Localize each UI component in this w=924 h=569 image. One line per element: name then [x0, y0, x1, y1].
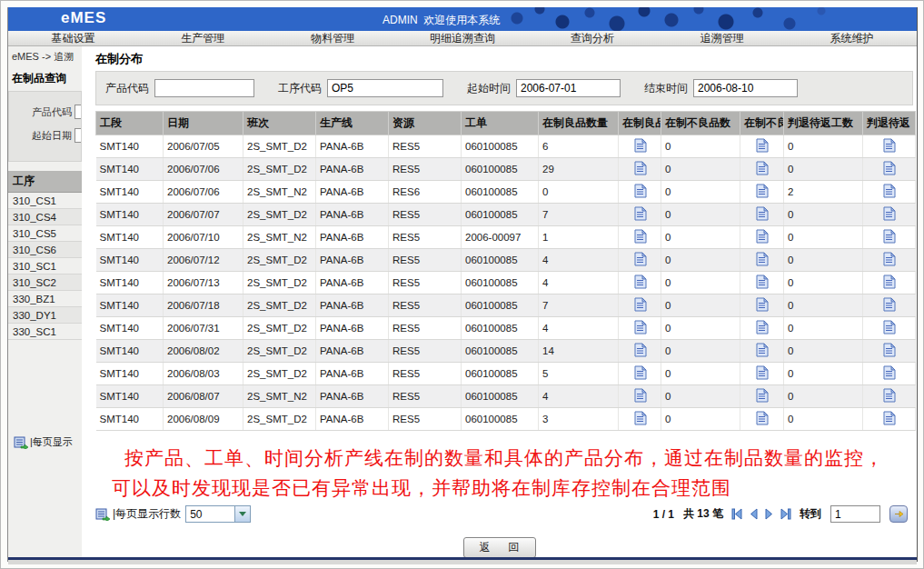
goto-submit-button[interactable]: [889, 505, 908, 523]
start-time-field[interactable]: [516, 79, 621, 97]
process-item[interactable]: 310_CS5: [8, 225, 82, 242]
cell-section: SMT140: [96, 204, 164, 226]
cell-date: 2006/07/05: [164, 135, 243, 158]
process-item[interactable]: 310_CS1: [8, 193, 82, 209]
goto-page-input[interactable]: [830, 505, 880, 523]
cell-section: SMT140: [96, 340, 164, 363]
first-page-icon[interactable]: [730, 508, 743, 520]
good-detail-doc-icon[interactable]: [619, 317, 661, 340]
last-page-icon[interactable]: [780, 508, 792, 520]
rework-detail-doc-icon[interactable]: [863, 249, 916, 272]
defect-detail-doc-icon[interactable]: [740, 204, 784, 226]
process-item[interactable]: 310_SC2: [8, 275, 82, 291]
back-button[interactable]: 返 回: [463, 537, 536, 557]
rework-detail-doc-icon[interactable]: [863, 294, 916, 317]
cell-date: 2006/07/10: [164, 226, 243, 249]
rows-per-page-select[interactable]: 50: [185, 505, 251, 523]
cell-line: PANA-6B: [316, 226, 389, 249]
product-code-input[interactable]: [75, 105, 81, 119]
cell-section: SMT140: [96, 249, 164, 272]
defect-detail-doc-icon[interactable]: [740, 158, 784, 181]
process-item[interactable]: 330_BZ1: [8, 291, 82, 307]
cell-date: 2006/08/03: [164, 363, 243, 385]
defect-detail-doc-icon[interactable]: [740, 135, 784, 158]
chevron-down-icon[interactable]: [234, 506, 250, 522]
total-count: 共 13 笔: [683, 506, 723, 522]
cell-date: 2006/07/12: [164, 249, 243, 272]
defect-detail-doc-icon[interactable]: [740, 272, 784, 294]
filter-end-time-label: 结束时间: [644, 81, 688, 96]
cell-date: 2006/08/09: [164, 408, 243, 431]
cell-date: 2006/08/07: [164, 385, 243, 408]
op-code-field[interactable]: [327, 79, 443, 97]
defect-detail-doc-icon[interactable]: [740, 181, 784, 204]
table-row: SMT140 2006/07/07 2S_SMT_D2 PANA-6B RES5…: [96, 204, 916, 226]
rework-detail-doc-icon[interactable]: [863, 363, 916, 385]
rework-detail-doc-icon[interactable]: [863, 181, 916, 204]
cell-resource: RES5: [389, 317, 462, 340]
good-detail-doc-icon[interactable]: [619, 204, 661, 226]
menu-item[interactable]: 追溯管理: [657, 31, 787, 45]
good-detail-doc-icon[interactable]: [619, 272, 661, 294]
good-detail-doc-icon[interactable]: [619, 249, 661, 272]
cell-resource: RES5: [389, 135, 462, 158]
defect-detail-doc-icon[interactable]: [740, 249, 784, 272]
process-item[interactable]: 310_CS4: [8, 209, 82, 225]
next-page-icon[interactable]: [764, 508, 774, 520]
export-page-icon[interactable]: [14, 436, 28, 449]
rework-detail-doc-icon[interactable]: [863, 408, 916, 431]
rework-detail-doc-icon[interactable]: [863, 385, 916, 408]
good-detail-doc-icon[interactable]: [619, 181, 661, 204]
menu-item[interactable]: 生产管理: [138, 31, 268, 45]
good-detail-doc-icon[interactable]: [619, 226, 661, 249]
defect-detail-doc-icon[interactable]: [740, 385, 784, 408]
pagination-bar: |每页显示行数 50 1 / 1 共 13 笔: [95, 505, 908, 523]
cell-line: PANA-6B: [316, 363, 389, 385]
good-detail-doc-icon[interactable]: [619, 294, 661, 317]
start-date-input[interactable]: [75, 128, 81, 143]
cell-defect-qty: 0: [661, 158, 740, 181]
product-code-field[interactable]: [154, 79, 254, 97]
defect-detail-doc-icon[interactable]: [740, 317, 784, 340]
table-row: SMT140 2006/07/31 2S_SMT_D2 PANA-6B RES5…: [96, 317, 916, 340]
process-item[interactable]: 330_DY1: [8, 307, 82, 324]
good-detail-doc-icon[interactable]: [619, 363, 661, 385]
cell-workorder: 060100085: [462, 249, 539, 272]
cell-workorder: 060100085: [462, 181, 539, 204]
rework-detail-doc-icon[interactable]: [863, 317, 916, 340]
process-item[interactable]: 310_SC1: [8, 258, 82, 275]
good-detail-doc-icon[interactable]: [619, 408, 661, 431]
good-detail-doc-icon[interactable]: [619, 340, 661, 363]
menu-item[interactable]: 查询分析: [527, 31, 657, 45]
export-page-icon[interactable]: [95, 508, 110, 521]
menu-item[interactable]: 基础设置: [8, 31, 138, 45]
filter-start-time-label: 起始时间: [467, 81, 511, 96]
rework-detail-doc-icon[interactable]: [863, 226, 916, 249]
process-item[interactable]: 330_SC1: [8, 324, 82, 340]
col-rework-detail: 判退待返: [863, 112, 916, 135]
defect-detail-doc-icon[interactable]: [740, 226, 784, 249]
rework-detail-doc-icon[interactable]: [863, 204, 916, 226]
cell-good-qty: 7: [539, 204, 619, 226]
defect-detail-doc-icon[interactable]: [740, 294, 784, 317]
rework-detail-doc-icon[interactable]: [863, 158, 916, 181]
good-detail-doc-icon[interactable]: [619, 158, 661, 181]
page-display-label: |每页显示: [30, 435, 73, 449]
menu-item[interactable]: 明细追溯查询: [398, 31, 528, 45]
rework-detail-doc-icon[interactable]: [863, 135, 916, 158]
rows-per-page-value: 50: [186, 506, 234, 522]
good-detail-doc-icon[interactable]: [619, 385, 661, 408]
defect-detail-doc-icon[interactable]: [740, 340, 784, 363]
good-detail-doc-icon[interactable]: [619, 135, 661, 158]
rework-detail-doc-icon[interactable]: [863, 340, 916, 363]
end-time-field[interactable]: [693, 79, 798, 97]
defect-detail-doc-icon[interactable]: [740, 408, 784, 431]
menu-item[interactable]: 物料管理: [268, 31, 398, 45]
defect-detail-doc-icon[interactable]: [740, 363, 784, 385]
rework-detail-doc-icon[interactable]: [863, 272, 916, 294]
menu-item[interactable]: 系统维护: [787, 31, 917, 45]
cell-defect-qty: 0: [661, 340, 740, 363]
cell-rework-qty: 0: [784, 340, 863, 363]
prev-page-icon[interactable]: [749, 508, 759, 520]
process-item[interactable]: 310_CS6: [8, 242, 82, 258]
